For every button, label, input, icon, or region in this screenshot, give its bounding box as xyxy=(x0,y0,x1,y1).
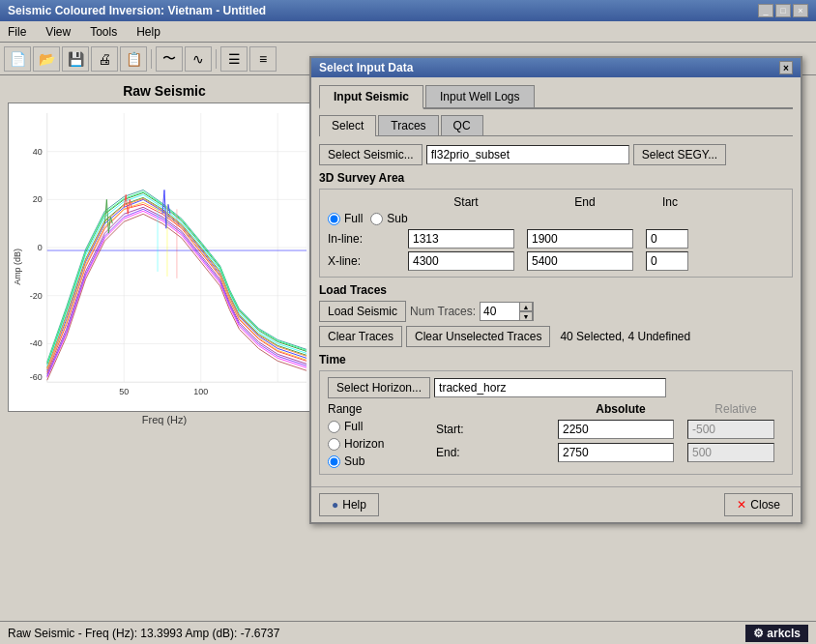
xline-inc-input[interactable] xyxy=(646,251,688,271)
sub-tab-traces[interactable]: Traces xyxy=(378,115,438,135)
horizon-row: Select Horizon... xyxy=(328,377,784,398)
menu-bar: File View Tools Help xyxy=(0,21,816,43)
spin-up-button[interactable]: ▲ xyxy=(519,302,533,311)
menu-tools[interactable]: Tools xyxy=(86,23,121,41)
select-input-dialog: Select Input Data × Input Seismic Input … xyxy=(309,56,802,524)
x-axis-label: Freq (Hz) xyxy=(8,414,321,425)
seismic-value-input[interactable] xyxy=(426,145,629,164)
full-time-radio-label[interactable]: Full xyxy=(328,420,424,433)
preview-button[interactable]: 📋 xyxy=(120,46,147,72)
close-button[interactable]: × xyxy=(793,4,808,17)
list1-button[interactable]: ☰ xyxy=(220,46,248,72)
inline-start-input[interactable] xyxy=(408,229,514,249)
rel-end-input xyxy=(687,443,774,462)
load-traces-row: Load Seismic Num Traces: ▲ ▼ xyxy=(319,301,793,322)
absolute-header: Absolute xyxy=(558,402,684,416)
xline-row: X-line: xyxy=(328,251,784,271)
dialog-title-bar: Select Input Data × xyxy=(311,58,801,77)
horizon-time-radio[interactable] xyxy=(328,438,340,451)
status-text: Raw Seismic - Freq (Hz): 13.3993 Amp (dB… xyxy=(8,627,279,640)
xline-end-input[interactable] xyxy=(527,251,633,271)
status-bar: Raw Seismic - Freq (Hz): 13.3993 Amp (dB… xyxy=(0,621,816,644)
abs-end-input[interactable] xyxy=(558,443,674,462)
load-traces-title: Load Traces xyxy=(319,283,793,297)
range-label: Range xyxy=(328,402,424,416)
relative-header: Relative xyxy=(687,402,784,416)
svg-rect-0 xyxy=(9,103,316,411)
tab-input-seismic[interactable]: Input Seismic xyxy=(319,85,423,109)
brand-text: arkcls xyxy=(767,627,801,640)
close-x-icon: ✕ xyxy=(737,498,746,512)
svg-text:40: 40 xyxy=(33,147,43,157)
time-range-area: Range Full Horizon xyxy=(328,402,784,468)
abs-start-input[interactable] xyxy=(558,420,674,439)
sub-time-radio-label[interactable]: Sub xyxy=(328,454,424,468)
main-tab-bar: Input Seismic Input Well Logs xyxy=(319,85,793,109)
traces-status: 40 Selected, 4 Undefined xyxy=(560,330,690,343)
brand-logo: ⚙ arkcls xyxy=(745,625,808,642)
full-radio-text: Full xyxy=(344,212,363,225)
num-traces-label: Num Traces: xyxy=(410,305,476,318)
sub-time-radio[interactable] xyxy=(328,455,340,468)
inline-label: In-line: xyxy=(328,232,405,246)
maximize-button[interactable]: □ xyxy=(775,4,791,17)
print-button[interactable]: 🖨 xyxy=(91,46,118,72)
tab-input-well-logs[interactable]: Input Well Logs xyxy=(425,85,535,107)
inline-row: In-line: xyxy=(328,229,784,249)
full-radio-label[interactable]: Full xyxy=(328,212,363,225)
clear-unselected-button[interactable]: Clear Unselected Traces xyxy=(406,326,550,347)
survey-headers: Start End Inc xyxy=(328,195,784,209)
app-title: Seismic Coloured Inversion: Vietnam - Un… xyxy=(8,4,266,17)
horizon-value-input[interactable] xyxy=(434,378,666,397)
help-label: Help xyxy=(342,498,366,512)
select-horizon-button[interactable]: Select Horizon... xyxy=(328,377,430,398)
open-button[interactable]: 📂 xyxy=(33,46,60,72)
list2-button[interactable]: ≡ xyxy=(249,46,277,72)
full-time-radio[interactable] xyxy=(328,421,340,433)
horizon-radio-row: Horizon xyxy=(328,437,424,451)
select-seismic-button[interactable]: Select Seismic... xyxy=(319,144,423,165)
survey-section-box: Start End Inc Full Sub In-line: xyxy=(319,189,793,278)
toolbar-separator xyxy=(151,49,152,69)
menu-view[interactable]: View xyxy=(42,23,74,41)
svg-text:-60: -60 xyxy=(30,372,43,382)
sub-radio[interactable] xyxy=(370,213,383,225)
inline-end-input[interactable] xyxy=(527,229,633,249)
save-button[interactable]: 💾 xyxy=(62,46,89,72)
dialog-close-button[interactable]: × xyxy=(779,61,793,74)
full-sub-radios: Full Sub xyxy=(328,212,784,225)
load-seismic-button[interactable]: Load Seismic xyxy=(319,301,406,322)
start-header: Start xyxy=(408,195,524,209)
wave2-button[interactable]: ∿ xyxy=(185,46,212,72)
num-traces-input[interactable] xyxy=(481,303,519,320)
close-dialog-button[interactable]: ✕ Close xyxy=(724,493,793,516)
spin-down-button[interactable]: ▼ xyxy=(519,311,533,321)
select-segy-button[interactable]: Select SEGY... xyxy=(633,144,727,165)
survey-section-title: 3D Survey Area xyxy=(319,171,793,185)
xline-start-input[interactable] xyxy=(408,251,514,271)
dialog-footer: ● Help ✕ Close xyxy=(311,486,801,522)
range-radios: Full Horizon Sub xyxy=(328,420,424,468)
horizon-time-radio-label[interactable]: Horizon xyxy=(328,437,384,451)
full-radio[interactable] xyxy=(328,213,340,225)
range-column: Range Full Horizon xyxy=(328,402,424,468)
menu-help[interactable]: Help xyxy=(132,23,164,41)
xline-label: X-line: xyxy=(328,254,405,268)
menu-file[interactable]: File xyxy=(4,23,30,41)
sub-tab-select[interactable]: Select xyxy=(319,115,376,136)
minimize-button[interactable]: _ xyxy=(758,4,773,17)
clear-traces-button[interactable]: Clear Traces xyxy=(319,326,402,347)
inline-inc-input[interactable] xyxy=(646,229,688,249)
graph-container: 40 20 0 -20 -40 -60 50 100 Amp (dB) xyxy=(8,102,317,412)
end-time-row: End: xyxy=(436,443,784,462)
help-icon: ● xyxy=(332,498,338,512)
wave1-button[interactable]: 〜 xyxy=(156,46,183,72)
help-button[interactable]: ● Help xyxy=(319,493,379,516)
end-time-label: End: xyxy=(436,446,554,459)
sub-tab-qc[interactable]: QC xyxy=(441,115,483,135)
sub-tab-bar: Select Traces QC xyxy=(319,115,793,136)
svg-text:-20: -20 xyxy=(30,291,43,301)
num-traces-spinner[interactable]: ▲ ▼ xyxy=(480,302,534,321)
sub-radio-label[interactable]: Sub xyxy=(370,212,407,225)
new-button[interactable]: 📄 xyxy=(4,46,31,72)
